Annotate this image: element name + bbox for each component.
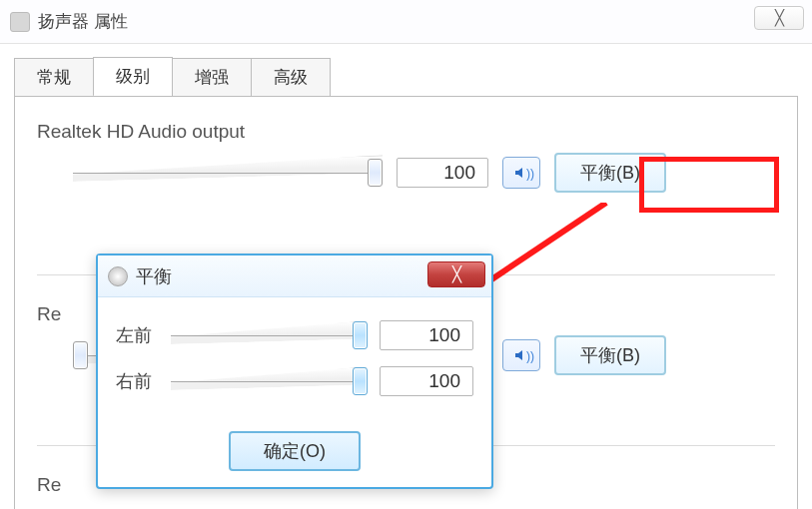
balance-dialog: 平衡 ╳ 左前 100 右前 100 确定(O) xyxy=(96,254,493,489)
sound-waves-icon: )) xyxy=(526,167,534,181)
dialog-titlebar: 平衡 ╳ xyxy=(98,255,491,297)
close-button[interactable]: ╳ xyxy=(754,6,804,30)
slider-thumb[interactable] xyxy=(353,321,368,349)
slider-thumb[interactable] xyxy=(368,159,383,187)
volume-slider[interactable] xyxy=(73,157,383,189)
device-block-hd-audio: Realtek HD Audio output 100 )) 平衡(B) xyxy=(37,121,775,213)
balance-row-left: 左前 100 xyxy=(116,319,473,351)
balance-button[interactable]: 平衡(B) xyxy=(554,153,666,193)
balance-button[interactable]: 平衡(B) xyxy=(554,335,666,375)
window-title: 扬声器 属性 xyxy=(38,10,128,33)
balance-slider-left[interactable] xyxy=(171,319,367,351)
ok-button[interactable]: 确定(O) xyxy=(229,431,361,471)
tab-levels[interactable]: 级别 xyxy=(93,57,173,97)
balance-slider-right[interactable] xyxy=(171,365,367,397)
volume-value[interactable]: 100 xyxy=(397,158,488,188)
dialog-close-button[interactable]: ╳ xyxy=(427,261,485,287)
mute-button[interactable]: )) xyxy=(502,339,540,371)
sound-waves-icon: )) xyxy=(526,349,534,363)
channel-label-left: 左前 xyxy=(116,323,159,347)
balance-value-left[interactable]: 100 xyxy=(380,320,473,350)
balance-dialog-icon xyxy=(108,266,128,286)
titlebar: 扬声器 属性 ╳ xyxy=(0,0,812,44)
slider-thumb[interactable] xyxy=(353,367,368,395)
balance-value-right[interactable]: 100 xyxy=(380,366,473,396)
dialog-title: 平衡 xyxy=(136,264,172,288)
tab-general[interactable]: 常规 xyxy=(14,58,94,96)
tab-advanced[interactable]: 高级 xyxy=(251,58,331,96)
device-name: Realtek HD Audio output xyxy=(37,121,775,143)
channel-label-right: 右前 xyxy=(116,369,159,393)
speaker-properties-icon xyxy=(10,12,30,32)
balance-row-right: 右前 100 xyxy=(116,365,473,397)
tab-bar: 常规 级别 增强 高级 xyxy=(0,44,812,96)
slider-thumb[interactable] xyxy=(73,341,88,369)
tab-enhance[interactable]: 增强 xyxy=(172,58,252,96)
mute-button[interactable]: )) xyxy=(502,157,540,189)
